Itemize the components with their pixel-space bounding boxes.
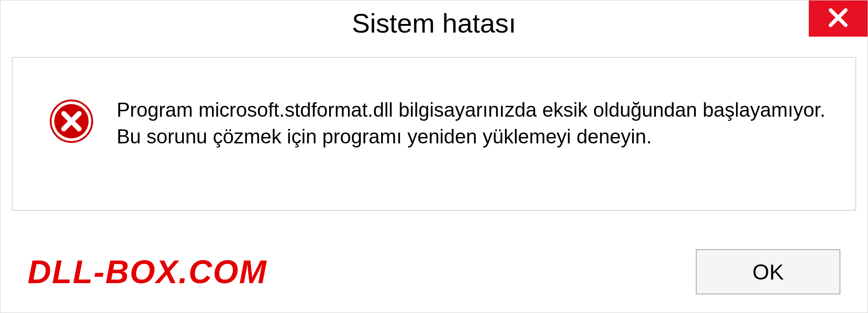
error-message: Program microsoft.stdformat.dll bilgisay… bbox=[117, 94, 828, 150]
dialog-footer: DLL-BOX.COM OK bbox=[0, 236, 868, 313]
error-icon bbox=[49, 99, 94, 144]
close-button[interactable] bbox=[809, 0, 868, 37]
content-area: Program microsoft.stdformat.dll bilgisay… bbox=[0, 46, 868, 236]
error-dialog: Sistem hatası Program microsoft.stdforma… bbox=[0, 0, 868, 313]
message-panel: Program microsoft.stdformat.dll bilgisay… bbox=[12, 57, 856, 211]
ok-button[interactable]: OK bbox=[696, 249, 840, 294]
close-icon bbox=[827, 6, 849, 31]
titlebar: Sistem hatası bbox=[0, 0, 868, 46]
watermark-text: DLL-BOX.COM bbox=[28, 253, 267, 290]
dialog-title: Sistem hatası bbox=[352, 8, 516, 39]
